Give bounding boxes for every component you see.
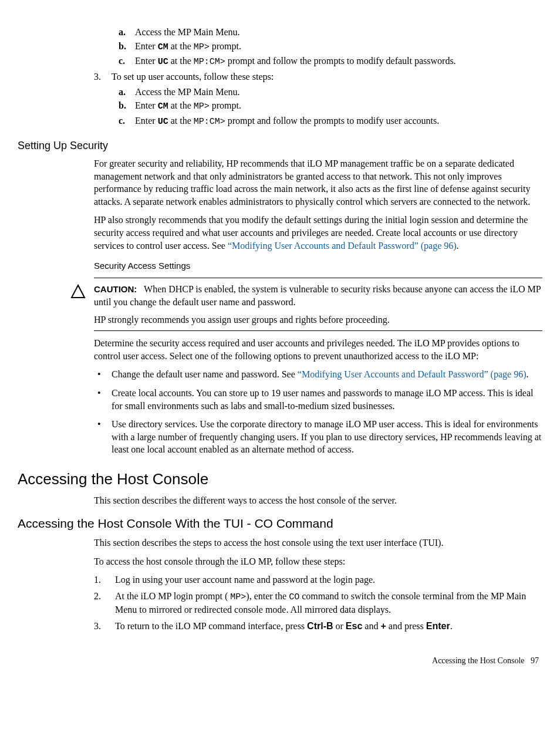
step-text: At the iLO MP login prompt ( MP>), enter…: [115, 591, 526, 615]
substep: b.Enter CM at the MP> prompt.: [119, 99, 542, 113]
step-3: 3.To set up user accounts, follow these …: [94, 70, 542, 128]
h2-body: This section describes the steps to acce…: [94, 536, 542, 568]
step: 3.To return to the iLO MP command interf…: [94, 620, 542, 633]
substeps-users: a.Access the MP Main Menu. b.Enter CM at…: [119, 86, 542, 128]
page-footer: Accessing the Host Console 97: [18, 656, 542, 667]
step-text: To return to the iLO MP command interfac…: [115, 621, 453, 631]
list-item: Use directory services. Use the corporat…: [94, 418, 542, 456]
substep-label: a.: [119, 86, 135, 99]
heading-setting-up-security: Setting Up Security: [18, 139, 542, 153]
svg-marker-0: [72, 285, 85, 298]
paragraph: This section describes the steps to acce…: [94, 536, 542, 549]
caution-p1: CAUTION: When DHCP is enabled, the syste…: [94, 283, 542, 308]
step-text: Log in using your user account name and …: [115, 575, 375, 585]
heading-accessing-host-console-tui: Accessing the Host Console With the TUI …: [18, 515, 542, 532]
determine-block: Determine the security access required a…: [94, 337, 542, 362]
footer-page-number: 97: [531, 656, 539, 665]
substep-label: a.: [119, 26, 135, 39]
substep: a.Access the MP Main Menu.: [119, 86, 542, 99]
paragraph: This section describes the different way…: [94, 494, 542, 507]
paragraph: Determine the security access required a…: [94, 337, 542, 362]
substep-text: Enter UC at the MP:CM> prompt and follow…: [135, 116, 439, 126]
step-number: 3.: [94, 620, 112, 633]
substep-text: Enter CM at the MP> prompt.: [135, 100, 241, 110]
step-number: 1.: [94, 573, 112, 586]
link-modifying-user-accounts[interactable]: “Modifying User Accounts and Default Pas…: [298, 369, 527, 379]
substep: b.Enter CM at the MP> prompt.: [119, 40, 542, 53]
access-steps: 1.Log in using your user account name an…: [94, 573, 542, 632]
link-modifying-user-accounts[interactable]: “Modifying User Accounts and Default Pas…: [228, 241, 457, 251]
substep: c.Enter UC at the MP:CM> prompt and foll…: [119, 55, 542, 68]
substep: a.Access the MP Main Menu.: [119, 26, 542, 39]
main-steps: 3.To set up user accounts, follow these …: [94, 70, 542, 128]
paragraph: HP also strongly recommends that you mod…: [94, 214, 542, 252]
caution-box: CAUTION: When DHCP is enabled, the syste…: [94, 278, 542, 331]
substep-text: Enter CM at the MP> prompt.: [135, 41, 241, 51]
substep-label: c.: [119, 114, 135, 127]
list-item: Create local accounts. You can store up …: [94, 387, 542, 412]
step-number: 2.: [94, 590, 112, 603]
list-item: Change the default user name and passwor…: [94, 368, 542, 381]
security-body: For greater security and reliability, HP…: [94, 157, 542, 252]
substep-text: Enter UC at the MP:CM> prompt and follow…: [135, 56, 456, 66]
substep: c.Enter UC at the MP:CM> prompt and foll…: [119, 114, 542, 128]
step-text: To set up user accounts, follow these st…: [112, 72, 274, 82]
step: 2.At the iLO MP login prompt ( MP>), ent…: [94, 590, 542, 616]
heading-accessing-host-console: Accessing the Host Console: [18, 469, 542, 490]
substep-label: b.: [119, 99, 135, 112]
h1-body: This section describes the different way…: [94, 494, 542, 507]
caution-icon: [70, 284, 86, 303]
substep-label: b.: [119, 40, 135, 53]
heading-security-access-settings: Security Access Settings: [94, 260, 542, 272]
step-number: 3.: [94, 70, 112, 83]
paragraph: For greater security and reliability, HP…: [94, 157, 542, 208]
caution-label: CAUTION:: [94, 284, 137, 294]
substep-text: Access the MP Main Menu.: [135, 27, 240, 37]
caution-p2: HP strongly recommends you assign user g…: [94, 313, 542, 326]
paragraph: To access the host console through the i…: [94, 555, 542, 568]
access-options: Change the default user name and passwor…: [94, 368, 542, 456]
substep-text: Access the MP Main Menu.: [135, 87, 240, 97]
substeps-passwords: a.Access the MP Main Menu. b.Enter CM at…: [119, 26, 542, 68]
step: 1.Log in using your user account name an…: [94, 573, 542, 586]
substep-label: c.: [119, 55, 135, 67]
footer-section: Accessing the Host Console: [432, 656, 524, 665]
